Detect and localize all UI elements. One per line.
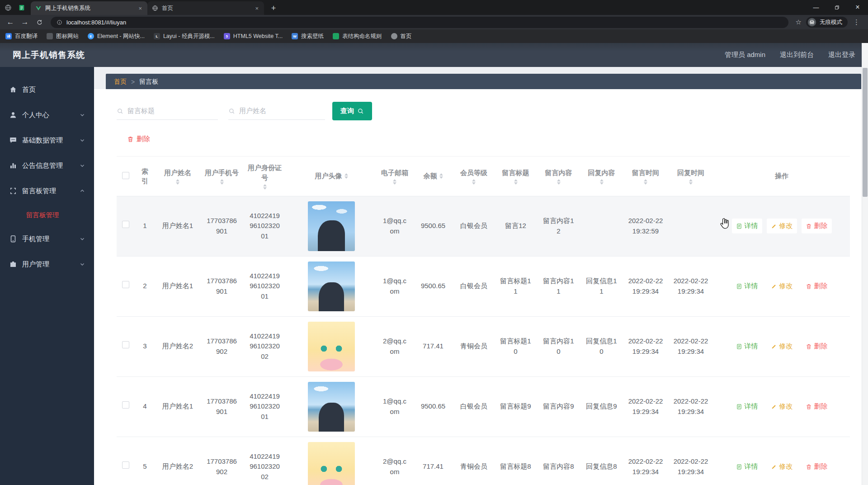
column-header-email[interactable]: 电子邮箱	[377, 157, 413, 196]
column-header-level[interactable]: 会员等级	[453, 157, 494, 196]
table-row[interactable]: 2用户姓名117703786901410224199610232001 1@qq…	[117, 256, 850, 316]
address-bar[interactable]: localhost:8081/#/liuyan	[51, 17, 788, 28]
logout-link[interactable]: 退出登录	[828, 51, 855, 59]
sort-icon[interactable]	[600, 179, 604, 185]
sidebar-item[interactable]: 个人中心	[0, 102, 94, 128]
row-detail-button[interactable]: 详情	[732, 219, 762, 233]
cell-index: 1	[135, 196, 155, 256]
row-edit-button[interactable]: 修改	[767, 279, 797, 294]
column-header-title[interactable]: 留言标题	[494, 157, 537, 196]
scrollbar-thumb[interactable]	[863, 68, 868, 197]
query-button[interactable]: 查询	[332, 102, 372, 120]
row-edit-button[interactable]: 修改	[767, 219, 797, 233]
sort-icon[interactable]	[220, 179, 224, 185]
row-delete-button[interactable]: 删除	[802, 459, 832, 474]
browser-tab[interactable]: 首页 ×	[147, 1, 264, 15]
pen-icon	[771, 283, 777, 290]
column-header-idcard[interactable]: 用户身份证号	[243, 157, 286, 196]
trash-icon	[806, 223, 812, 229]
bookmark-item[interactable]: W 搜索壁纸	[292, 33, 324, 40]
table-row[interactable]: 3用户姓名217703786902410224199610232002 2@qq…	[117, 316, 850, 376]
sort-icon[interactable]	[263, 184, 267, 190]
row-detail-button[interactable]: 详情	[732, 459, 762, 474]
bookmark-item[interactable]: L Layui - 经典开源模...	[154, 33, 215, 40]
cell-title: 留言12	[494, 196, 537, 256]
column-header-name[interactable]: 用户姓名	[155, 157, 200, 196]
column-header-phone[interactable]: 用户手机号	[200, 157, 243, 196]
row-edit-button[interactable]: 修改	[767, 399, 797, 414]
sort-icon[interactable]	[689, 179, 693, 185]
row-checkbox[interactable]	[122, 281, 129, 288]
column-header-reply[interactable]: 回复内容	[580, 157, 623, 196]
sidebar-item[interactable]: 手机管理	[0, 226, 94, 252]
row-delete-button[interactable]: 删除	[802, 279, 832, 294]
message-title-input[interactable]: 留言标题	[117, 102, 218, 120]
sort-icon[interactable]	[439, 173, 443, 179]
bookmark-item[interactable]: 首页	[391, 33, 412, 40]
row-checkbox[interactable]	[122, 461, 129, 469]
admin-label[interactable]: 管理员 admin	[725, 51, 765, 59]
row-detail-button[interactable]: 详情	[732, 279, 762, 294]
sort-icon[interactable]	[557, 179, 561, 185]
forward-icon[interactable]: →	[19, 16, 31, 28]
bookmark-item[interactable]: 译 百度翻译	[5, 33, 38, 40]
tab-close-icon[interactable]: ×	[254, 5, 259, 12]
sort-icon[interactable]	[176, 179, 179, 185]
sidebar-item[interactable]: 首页	[0, 77, 94, 102]
sort-icon[interactable]	[472, 179, 476, 185]
sidebar-item[interactable]: 基础数据管理	[0, 128, 94, 153]
cell-avatar	[286, 437, 377, 485]
reload-icon[interactable]	[33, 16, 45, 28]
user-name-input[interactable]: 用户姓名	[228, 102, 325, 120]
row-detail-button[interactable]: 详情	[732, 399, 762, 414]
column-header-avatar[interactable]: 用户头像	[286, 157, 377, 196]
sidebar-subitem[interactable]: 留言板管理	[0, 204, 94, 226]
row-edit-label: 修改	[779, 402, 793, 411]
info-icon[interactable]	[57, 19, 62, 25]
new-tab-button[interactable]: +	[267, 1, 280, 15]
breadcrumb-home-link[interactable]: 首页	[114, 78, 127, 86]
briefcase-icon	[9, 260, 17, 268]
row-edit-button[interactable]: 修改	[767, 459, 797, 474]
bookmark-item[interactable]: 5 HTML5 Website T...	[224, 33, 283, 39]
sort-icon[interactable]	[644, 179, 647, 185]
bookmark-star-icon[interactable]: ☆	[796, 18, 802, 26]
row-edit-button[interactable]: 修改	[767, 339, 797, 354]
browser-menu-icon[interactable]: ⋮	[853, 18, 860, 26]
sidebar-item[interactable]: 公告信息管理	[0, 153, 94, 178]
row-checkbox[interactable]	[122, 221, 129, 228]
close-icon[interactable]: ×	[847, 0, 868, 14]
sort-icon[interactable]	[344, 173, 348, 179]
sort-icon[interactable]	[514, 179, 518, 185]
row-checkbox[interactable]	[122, 341, 129, 348]
row-delete-button[interactable]: 删除	[802, 339, 832, 354]
select-all-checkbox[interactable]	[122, 172, 129, 179]
bookmark-item[interactable]: 表结构命名规则	[333, 33, 382, 40]
row-delete-button[interactable]: 删除	[802, 219, 832, 233]
table-row[interactable]: 5用户姓名217703786902410224199610232002 2@qq…	[117, 437, 850, 485]
row-delete-button[interactable]: 删除	[802, 399, 832, 414]
column-header-msg_time[interactable]: 留言时间	[623, 157, 668, 196]
tab-close-icon[interactable]: ×	[137, 5, 143, 12]
sort-icon[interactable]	[393, 179, 396, 185]
row-detail-button[interactable]: 详情	[732, 339, 762, 354]
sidebar-item[interactable]: 留言板管理	[0, 178, 94, 204]
row-checkbox[interactable]	[122, 401, 129, 409]
sidebar-item[interactable]: 用户管理	[0, 252, 94, 277]
browser-tab[interactable]: 网上手机销售系统 ×	[31, 1, 147, 15]
back-to-front-link[interactable]: 退出到前台	[780, 51, 814, 59]
column-header-reply_time[interactable]: 回复时间	[668, 157, 713, 196]
column-header-balance[interactable]: 余额	[413, 157, 453, 196]
sheets-icon[interactable]	[18, 4, 25, 11]
globe-icon[interactable]	[5, 4, 12, 11]
table-row[interactable]: 1用户姓名117703786901410224199610232001 1@qq…	[117, 196, 850, 256]
bookmark-item[interactable]: 图标网站	[47, 33, 79, 40]
back-icon[interactable]: ←	[5, 16, 16, 28]
page-scrollbar[interactable]	[862, 43, 868, 485]
bookmark-item[interactable]: E Element - 网站快...	[88, 33, 145, 40]
minimize-icon[interactable]: —	[806, 0, 826, 14]
restore-icon[interactable]	[826, 0, 847, 14]
batch-delete-button[interactable]: 删除	[127, 135, 150, 143]
column-header-content[interactable]: 留言内容	[537, 157, 580, 196]
table-row[interactable]: 4用户姓名117703786901410224199610232001 1@qq…	[117, 376, 850, 437]
